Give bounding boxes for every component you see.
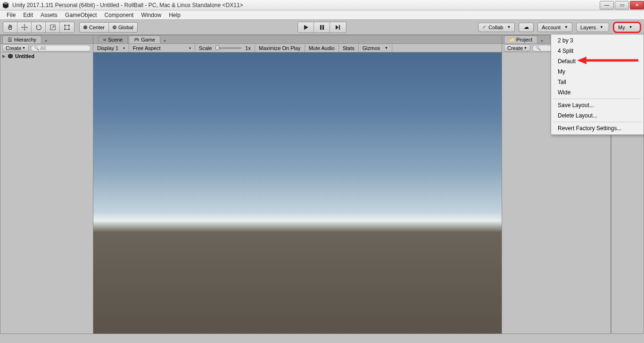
cloud-button[interactable]: ☁ — [519, 23, 534, 32]
svg-marker-11 — [336, 25, 339, 30]
hierarchy-create-button[interactable]: Create ▼ — [2, 44, 29, 51]
menu-window[interactable]: Window — [137, 12, 165, 18]
menu-assets[interactable]: Assets — [37, 12, 61, 18]
play-controls — [297, 22, 347, 33]
svg-marker-8 — [304, 25, 308, 30]
expand-icon[interactable]: ▶ — [2, 54, 6, 59]
rotate-tool[interactable] — [32, 22, 46, 33]
separator — [553, 99, 642, 99]
project-create-button[interactable]: Create ▼ — [504, 44, 530, 51]
svg-point-4 — [64, 25, 66, 26]
display-dropdown[interactable]: Display 1♦ — [93, 44, 129, 52]
scene-name: Untitled — [15, 53, 34, 59]
global-icon — [113, 25, 116, 29]
project-tab[interactable]: 📁Project — [504, 35, 537, 43]
layout-2by3[interactable]: 2 by 3 — [551, 35, 644, 46]
center-panel: ⌗Scene 🎮Game ▾ Display 1♦ Free Aspect♦ S… — [93, 35, 502, 343]
hierarchy-search-input[interactable]: 🔍All — [31, 45, 91, 51]
layers-button[interactable]: Layers▼ — [576, 23, 609, 32]
scale-slider[interactable] — [215, 47, 241, 49]
panel-menu-icon[interactable]: ▾ — [161, 38, 168, 43]
layout-4split[interactable]: 4 Split — [551, 46, 644, 56]
search-icon: 🔍 — [536, 46, 541, 50]
pivot-controls: Center Global — [79, 22, 138, 33]
svg-rect-3 — [65, 25, 69, 29]
unity-scene-icon — [8, 53, 13, 59]
transform-tools — [3, 22, 74, 33]
menu-component[interactable]: Component — [100, 12, 137, 18]
menu-file[interactable]: File — [3, 12, 19, 18]
collab-button[interactable]: ✔Collab▼ — [478, 23, 515, 32]
chevron-down-icon: ♦ — [189, 46, 191, 50]
gizmos-dropdown[interactable]: Gizmos▼ — [359, 44, 392, 52]
mute-toggle[interactable]: Mute Audio — [305, 44, 339, 52]
play-button[interactable] — [298, 22, 314, 33]
game-tab[interactable]: 🎮Game — [129, 35, 160, 43]
stats-toggle[interactable]: Stats — [339, 44, 359, 52]
window-title: Unity 2017.1.1f1 Personal (64bit) - Unti… — [12, 2, 599, 8]
account-button[interactable]: Account▼ — [537, 23, 572, 32]
move-tool[interactable] — [17, 22, 32, 33]
rect-tool[interactable] — [60, 22, 74, 33]
layout-delete[interactable]: Delete Layout... — [551, 110, 644, 121]
collab-icon: ✔ — [482, 24, 487, 30]
pause-button[interactable] — [314, 22, 330, 33]
layout-default[interactable]: Default — [551, 56, 644, 67]
menu-edit[interactable]: Edit — [19, 12, 37, 18]
svg-rect-9 — [320, 25, 322, 30]
hierarchy-panel: ☰Hierarchy ▾ Create ▼ 🔍All ▶ Untitled — [0, 35, 93, 343]
layout-revert[interactable]: Revert Factory Settings... — [551, 123, 644, 134]
game-toolbar: Display 1♦ Free Aspect♦ Scale 1x Maximiz… — [93, 44, 502, 52]
chevron-down-icon: ▼ — [564, 25, 568, 29]
scene-item[interactable]: ▶ Untitled — [0, 52, 93, 60]
svg-rect-12 — [339, 25, 340, 30]
maximize-toggle[interactable]: Maximize On Play — [255, 44, 305, 52]
scale-tool[interactable] — [46, 22, 60, 33]
chevron-down-icon: ▼ — [507, 25, 511, 29]
layout-button[interactable]: My▼ — [613, 22, 641, 33]
layout-wide[interactable]: Wide — [551, 87, 644, 98]
scene-tab[interactable]: ⌗Scene — [98, 35, 128, 43]
center-icon — [83, 25, 87, 29]
scale-control[interactable]: Scale 1x — [195, 44, 255, 52]
layout-my[interactable]: My — [551, 67, 644, 77]
close-button[interactable]: ✕ — [630, 1, 644, 9]
cloud-icon: ☁ — [524, 24, 529, 30]
search-icon: 🔍 — [34, 46, 39, 50]
hand-tool[interactable] — [3, 22, 17, 33]
toolbar: Center Global ✔Collab▼ ☁ Account▼ Layers… — [0, 20, 644, 35]
layout-dropdown-menu: 2 by 3 4 Split Default My Tall Wide Save… — [551, 34, 644, 135]
scene-tab-icon: ⌗ — [103, 37, 106, 43]
layout-tall[interactable]: Tall — [551, 77, 644, 87]
chevron-down-icon: ♦ — [123, 46, 125, 50]
maximize-button[interactable]: ▭ — [615, 1, 629, 9]
hierarchy-icon: ☰ — [8, 37, 12, 43]
layout-save[interactable]: Save Layout... — [551, 100, 644, 110]
pivot-center-button[interactable]: Center — [80, 23, 109, 32]
game-viewport — [93, 52, 502, 343]
chevron-down-icon: ▼ — [385, 46, 388, 50]
svg-point-6 — [64, 29, 66, 30]
chevron-down-icon: ▼ — [600, 25, 603, 29]
menu-gameobject[interactable]: GameObject — [61, 12, 100, 18]
aspect-dropdown[interactable]: Free Aspect♦ — [129, 44, 195, 52]
panel-menu-icon[interactable]: ▾ — [42, 38, 49, 43]
title-bar: Unity 2017.1.1f1 Personal (64bit) - Unti… — [0, 0, 644, 10]
menu-help[interactable]: Help — [165, 12, 184, 18]
folder-icon: 📁 — [509, 37, 514, 42]
step-button[interactable] — [330, 22, 346, 33]
chevron-down-icon: ▼ — [22, 46, 25, 50]
panel-menu-icon[interactable]: ▾ — [538, 38, 545, 43]
separator — [553, 122, 642, 122]
svg-point-5 — [68, 25, 70, 26]
hierarchy-tab[interactable]: ☰Hierarchy — [2, 35, 41, 43]
minimize-button[interactable]: — — [600, 1, 614, 9]
svg-marker-13 — [8, 54, 13, 59]
pivot-global-button[interactable]: Global — [109, 23, 137, 32]
game-tab-icon: 🎮 — [134, 37, 139, 42]
chevron-down-icon: ▼ — [524, 46, 527, 50]
status-bar — [0, 334, 644, 343]
slider-thumb[interactable] — [215, 45, 219, 50]
svg-rect-10 — [322, 25, 324, 30]
svg-point-7 — [68, 29, 70, 30]
